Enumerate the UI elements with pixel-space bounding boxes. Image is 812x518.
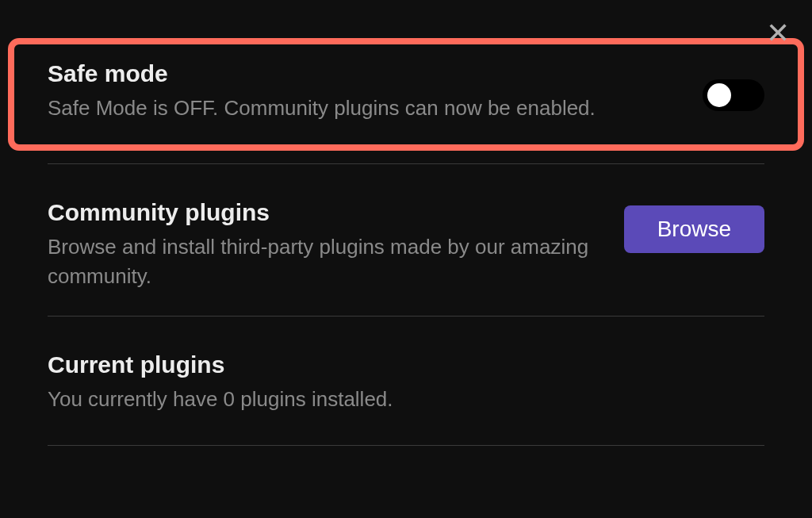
safe-mode-row: Safe mode Safe Mode is OFF. Community pl… [48, 60, 764, 164]
current-plugins-description: You currently have 0 plugins installed. [48, 385, 733, 415]
current-plugins-text: Current plugins You currently have 0 plu… [48, 351, 764, 415]
community-plugins-title: Community plugins [48, 199, 592, 226]
safe-mode-text: Safe mode Safe Mode is OFF. Community pl… [48, 60, 703, 124]
current-plugins-title: Current plugins [48, 351, 733, 378]
safe-mode-toggle[interactable] [703, 79, 764, 111]
community-plugins-description: Browse and install third-party plugins m… [48, 232, 592, 292]
settings-content: Safe mode Safe Mode is OFF. Community pl… [0, 0, 812, 446]
safe-mode-title: Safe mode [48, 60, 671, 87]
safe-mode-description: Safe Mode is OFF. Community plugins can … [48, 94, 671, 124]
community-plugins-text: Community plugins Browse and install thi… [48, 199, 624, 292]
current-plugins-row: Current plugins You currently have 0 plu… [48, 317, 764, 446]
community-plugins-row: Community plugins Browse and install thi… [48, 164, 764, 317]
close-glyph: ✕ [766, 17, 790, 49]
browse-button[interactable]: Browse [624, 205, 764, 253]
toggle-knob [707, 83, 731, 107]
close-icon[interactable]: ✕ [766, 19, 790, 48]
community-plugins-control: Browse [624, 199, 764, 253]
safe-mode-control [703, 60, 764, 111]
